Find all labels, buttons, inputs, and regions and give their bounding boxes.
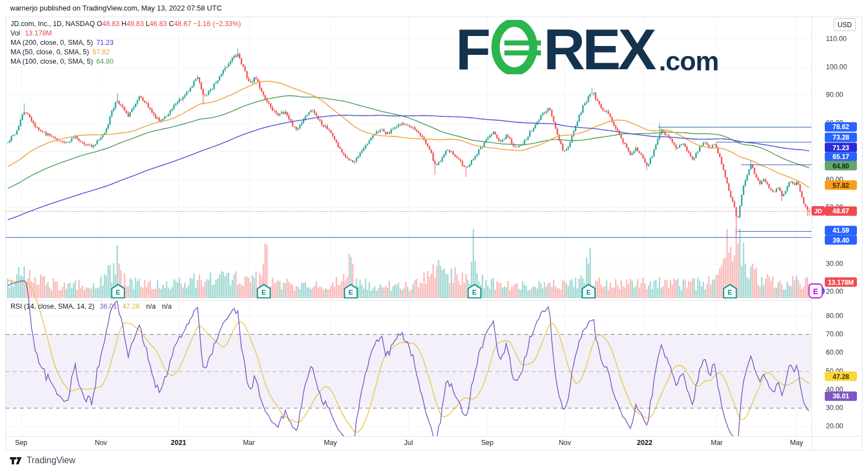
ohlc-label: H <box>120 20 127 28</box>
price-axis-badge: 13.178M <box>825 278 857 287</box>
rsi-ma-value: 47.28 <box>122 303 140 310</box>
price-axis-badge: 78.62 <box>825 122 857 131</box>
volume-row[interactable]: Vol 13.178M <box>11 29 241 38</box>
price-axis-badge: 73.28 <box>825 132 857 142</box>
price-axis-tick: 60.00 <box>826 349 865 356</box>
ma-legend-row[interactable]: MA (100, close, 0, SMA, 5)64.80 <box>11 57 241 66</box>
symbol-price-badge: JD <box>811 206 825 216</box>
price-axis-badge: 48.67 <box>825 206 857 216</box>
svg-text:E: E <box>813 287 818 296</box>
rsi-axis-badge: 47.28 <box>825 372 857 381</box>
time-axis-separator <box>6 436 862 437</box>
ohlc-value: 46.83 <box>150 20 167 28</box>
earnings-marker-icon[interactable]: E <box>467 284 482 301</box>
rsi-legend[interactable]: RSI (14, close, SMA, 14, 2) 36.01 47.28 … <box>11 303 172 310</box>
ma-legend-row[interactable]: MA (50, close, 0, SMA, 5)57.82 <box>11 48 241 57</box>
year-label: 2022 <box>637 439 652 447</box>
rsi-label: RSI (14, close, SMA, 14, 2) <box>11 303 94 310</box>
volume-label: Vol <box>11 29 20 37</box>
tradingview-footer[interactable]: TradingView <box>10 455 75 465</box>
ohlc-label: O <box>97 20 103 28</box>
earnings-marker-icon[interactable]: E <box>111 284 125 301</box>
ohlc-label: C <box>167 20 174 28</box>
ma-label: MA (50, close, 0, SMA, 5) <box>11 48 89 56</box>
month-label: Nov <box>95 439 107 447</box>
svg-text:E: E <box>262 289 266 296</box>
ma-label: MA (200, close, 0, SMA, 5) <box>11 39 93 47</box>
price-axis-tick: 20.00 <box>826 422 865 430</box>
currency-button[interactable]: USD <box>834 18 856 31</box>
price-axis-badge: 71.23 <box>825 143 857 152</box>
price-axis-tick: 90.00 <box>826 91 865 99</box>
ma-value: 57.82 <box>93 48 110 56</box>
month-label: Mar <box>243 439 255 447</box>
main-legend: JD.com, Inc., 1D, NASDAQ O48.83 H49.83 L… <box>11 19 241 66</box>
price-axis-tick: 100.00 <box>826 63 865 71</box>
month-label: Sep <box>481 439 493 447</box>
earnings-marker-icon[interactable]: E <box>723 284 737 301</box>
price-axis-tick: 30.00 <box>826 260 865 268</box>
svg-text:E: E <box>586 289 591 296</box>
published-chart-page: warnerjo published on TradingView.com, M… <box>0 0 868 471</box>
month-label: Nov <box>559 439 571 447</box>
price-axis-tick: 30.00 <box>826 404 865 412</box>
month-label: May <box>324 439 337 447</box>
tradingview-logo-icon <box>10 457 22 465</box>
price-axis-tick: 80.00 <box>826 312 865 320</box>
rsi-value: 36.01 <box>100 303 117 310</box>
svg-text:E: E <box>472 289 477 296</box>
earnings-marker-icon[interactable]: E <box>581 284 596 301</box>
rsi-na-1: n/a <box>146 303 155 310</box>
month-label: Mar <box>711 439 723 447</box>
ohlc-values: O48.83 H49.83 L46.83 C48.67 <box>97 20 191 28</box>
year-label: 2021 <box>171 439 186 447</box>
price-chart-canvas[interactable] <box>6 17 811 436</box>
price-axis-tick: 20.00 <box>826 288 865 295</box>
month-label: Sep <box>15 439 27 447</box>
price-axis-badge: 64.80 <box>825 161 857 171</box>
ohlc-value: 48.83 <box>102 20 119 28</box>
ma-legend-row[interactable]: MA (200, close, 0, SMA, 5)71.23 <box>11 38 241 48</box>
ohlc-value: 49.83 <box>126 20 144 28</box>
volume-value: 13.178M <box>25 29 52 37</box>
ohlc-value: 48.67 <box>174 20 191 28</box>
symbol-title: JD.com, Inc., 1D, NASDAQ <box>11 20 95 28</box>
change-value: −1.16 (−2.33%) <box>193 20 241 28</box>
tradingview-brand: TradingView <box>27 455 75 465</box>
ma-label: MA (100, close, 0, SMA, 5) <box>11 58 93 65</box>
price-axis-badge: 41.59 <box>825 226 857 235</box>
earnings-marker-icon[interactable]: E <box>344 284 358 301</box>
ohlc-label: L <box>144 20 149 28</box>
svg-text:E: E <box>728 289 732 296</box>
upcoming-earnings-icon[interactable]: E <box>808 283 823 301</box>
svg-text:E: E <box>116 289 120 296</box>
month-label: May <box>790 439 803 447</box>
earnings-marker-icon[interactable]: E <box>257 284 271 301</box>
price-axis-badge: 65.17 <box>825 152 857 161</box>
rsi-axis-badge: 36.01 <box>825 391 857 401</box>
ma-value: 71.23 <box>96 39 114 47</box>
symbol-row[interactable]: JD.com, Inc., 1D, NASDAQ O48.83 H49.83 L… <box>11 19 241 29</box>
price-axis-separator <box>811 17 812 450</box>
price-axis-badge: 57.82 <box>825 181 857 190</box>
price-axis-badge: 39.40 <box>825 235 857 245</box>
ma-value: 64.80 <box>96 58 114 65</box>
price-axis-tick: 110.00 <box>826 35 865 43</box>
published-header: warnerjo published on TradingView.com, M… <box>10 4 222 12</box>
svg-text:E: E <box>349 289 353 296</box>
month-label: Jul <box>404 439 413 447</box>
price-axis-tick: 70.00 <box>826 330 865 338</box>
rsi-na-2: n/a <box>162 303 171 310</box>
